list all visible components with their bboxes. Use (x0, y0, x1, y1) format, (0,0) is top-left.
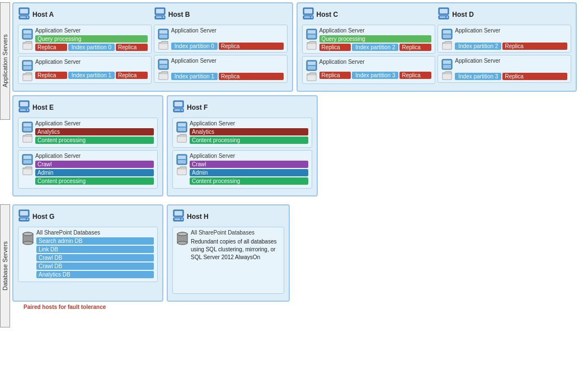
svg-rect-75 (178, 156, 186, 159)
host-cd-box: Host C (297, 2, 577, 92)
index-partition-2-label: Index partition 2 (352, 44, 398, 51)
svg-rect-56 (27, 109, 29, 111)
db-icon-h (176, 231, 189, 246)
index-partition-1-label: Index partition 1 (68, 72, 115, 79)
svg-rect-60 (23, 137, 32, 142)
server-label-c2: Application Server (319, 59, 432, 65)
server-label-d2: Application Server (455, 58, 567, 64)
folder-icon-b2 (158, 71, 168, 80)
folder-icon-f2 (177, 166, 187, 175)
svg-rect-21 (159, 44, 168, 49)
server-label-e2: Application Server (35, 153, 154, 159)
host-f-server-1: Application Server Analytics Content pro… (172, 118, 312, 148)
svg-rect-17 (163, 16, 164, 18)
svg-rect-64 (23, 169, 32, 175)
server-icon-c1 (306, 29, 317, 40)
index-partition-1b: Index partition 1 (171, 73, 218, 80)
host-ab-box: Host A (12, 2, 293, 92)
svg-rect-32 (308, 30, 316, 34)
svg-rect-59 (23, 128, 31, 131)
host-g-box: Host G (12, 204, 163, 302)
host-g-icon (18, 209, 30, 224)
host-f-box: Host F (167, 95, 318, 196)
replica-bar-b2: Replica (219, 73, 284, 80)
server-label-b2: Application Server (171, 58, 284, 64)
replica-bar-c4: Replica (399, 72, 431, 79)
server-icon (22, 29, 33, 40)
db-servers-label: Database Servers (0, 204, 10, 327)
svg-point-95 (177, 232, 187, 236)
host-f-title: Host F (172, 100, 312, 115)
server-label-b1: Application Server (171, 27, 284, 34)
svg-rect-81 (20, 218, 26, 220)
host-a-icon (18, 7, 30, 22)
analytics-db-bar: Analytics DB (36, 271, 154, 278)
host-d-icon (438, 7, 450, 22)
folder-icon-b1 (158, 41, 168, 50)
svg-rect-8 (23, 44, 32, 49)
svg-rect-20 (159, 35, 167, 38)
host-b-server-2: Application Server Index partition 1 Rep… (154, 55, 288, 83)
crawl-db-bar-1: Crawl DB (36, 254, 154, 261)
svg-rect-24 (159, 65, 167, 68)
host-g-db-card: All SharePoint Databases Search admin DB… (18, 227, 158, 282)
svg-rect-55 (20, 109, 26, 111)
folder-icon-e1 (22, 134, 32, 143)
server-icon-e1 (22, 121, 33, 133)
content-proc-bar-f2: Content processing (190, 177, 308, 185)
svg-rect-33 (308, 35, 316, 38)
svg-rect-68 (175, 109, 180, 111)
folder-icon-f1 (177, 134, 187, 143)
svg-rect-27 (304, 9, 312, 13)
host-b-server-1: Application Server Index partition 0 Rep… (154, 25, 288, 53)
server-icon-e2 (22, 154, 33, 165)
svg-rect-19 (159, 30, 167, 34)
host-b-title: Host B (154, 7, 288, 22)
folder-icon-e2 (22, 166, 32, 175)
admin-bar-e2: Admin (35, 169, 154, 176)
host-c-title: Host C (302, 7, 436, 22)
crawl-db-bar-2: Crawl DB (36, 263, 154, 270)
index-partition-3-label: Index partition 3 (352, 72, 398, 79)
link-db-bar: Link DB (36, 246, 154, 253)
host-e-icon (18, 100, 30, 115)
server-icon-f1 (176, 121, 187, 133)
paired-note-text: Paired hosts for (23, 304, 68, 310)
search-admin-db-bar: Search admin DB (36, 237, 154, 245)
svg-rect-76 (178, 160, 186, 163)
replica-bar-b1: Replica (219, 43, 284, 50)
analytics-bar-e1: Analytics (35, 128, 154, 135)
host-f-icon (172, 100, 185, 115)
db-description-h: Redundant copies of all databases using … (191, 238, 280, 261)
server-label-f1: Application Server (190, 120, 308, 127)
svg-rect-43 (446, 16, 448, 18)
svg-rect-66 (175, 102, 182, 106)
host-c-server-1: Application Server Query processing Repl… (302, 25, 436, 54)
crawl-bar-e2: Crawl (35, 161, 154, 168)
replica-bar-c1: Replica (319, 44, 351, 51)
host-a-server-2: Application Server Replica Index partiti… (18, 56, 152, 84)
content-proc-bar-f1: Content processing (190, 137, 308, 144)
server-icon-b1 (158, 29, 169, 40)
svg-rect-63 (23, 160, 31, 163)
host-e-box: Host E (12, 95, 163, 196)
svg-rect-29 (304, 16, 310, 18)
folder-icon-d2 (442, 71, 452, 80)
host-c-icon (302, 7, 314, 22)
svg-rect-50 (443, 65, 451, 68)
server-icon-c2 (306, 60, 317, 71)
host-a-server-1: Application Server Query processing Repl… (18, 25, 152, 54)
svg-rect-16 (156, 16, 162, 18)
replica-bar-c2: Replica (399, 44, 431, 51)
svg-rect-42 (440, 16, 445, 18)
host-h-icon (172, 209, 185, 224)
svg-rect-82 (27, 218, 29, 220)
svg-rect-91 (181, 218, 183, 220)
replica-bar-d1: Replica (502, 43, 567, 50)
svg-rect-12 (23, 75, 32, 81)
analytics-bar-f1: Analytics (190, 128, 308, 135)
host-g-title: Host G (18, 209, 158, 224)
host-d-server-2: Application Server Index partition 3 Rep… (438, 55, 571, 83)
replica-bar-2: Replica (116, 44, 148, 51)
svg-rect-40 (440, 9, 448, 13)
